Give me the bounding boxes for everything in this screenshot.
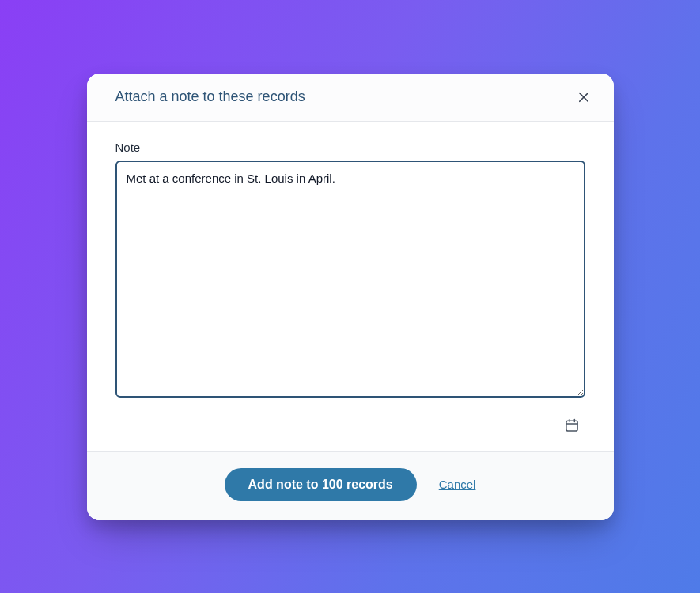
close-button[interactable]: [573, 86, 595, 108]
date-picker-row: [115, 415, 585, 436]
modal-title: Attach a note to these records: [115, 89, 305, 105]
add-note-button[interactable]: Add note to 100 records: [225, 468, 417, 501]
cancel-button[interactable]: Cancel: [439, 478, 476, 491]
svg-rect-2: [566, 421, 577, 431]
modal-header: Attach a note to these records: [87, 74, 614, 122]
attach-note-modal: Attach a note to these records Note: [87, 74, 614, 520]
note-textarea[interactable]: [115, 161, 585, 398]
date-picker-button[interactable]: [562, 415, 582, 436]
modal-footer: Add note to 100 records Cancel: [87, 451, 614, 520]
modal-body: Note: [87, 122, 614, 451]
close-icon: [577, 90, 591, 104]
calendar-icon: [564, 417, 580, 433]
note-field-label: Note: [115, 141, 585, 154]
